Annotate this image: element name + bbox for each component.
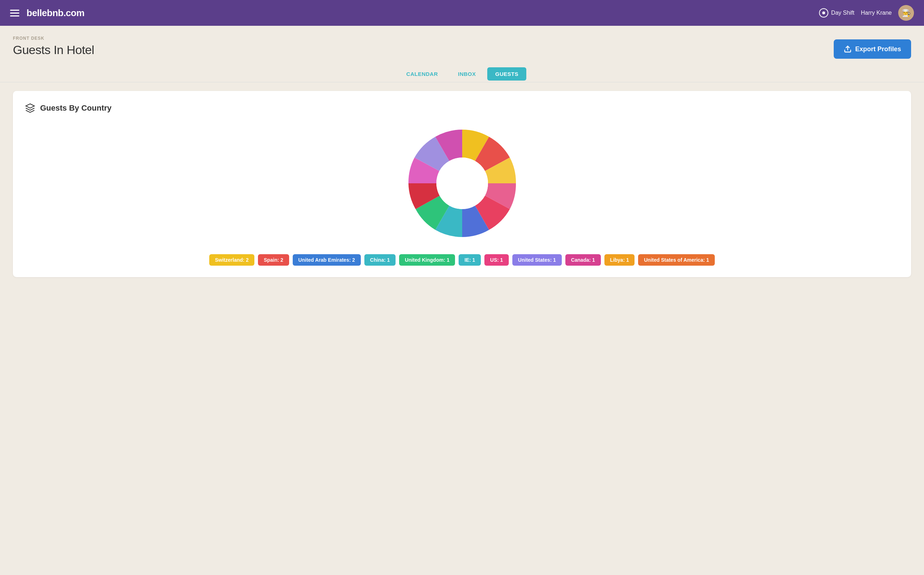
page-title: Guests In Hotel [13, 43, 94, 57]
brand-logo: bellebnb.com [27, 8, 84, 19]
legend-pill: Spain: 2 [258, 254, 289, 266]
legend-pill: Libya: 1 [604, 254, 635, 266]
donut-chart [401, 122, 523, 244]
hamburger-menu[interactable] [10, 10, 19, 16]
layers-icon [24, 102, 36, 114]
export-profiles-button[interactable]: Export Profiles [834, 40, 911, 59]
header-right: Day Shift Harry Krane 👨‍🍳 [819, 5, 914, 21]
donut-hole [437, 157, 488, 209]
breadcrumb: FRONT DESK [13, 36, 94, 41]
sun-icon [819, 8, 828, 17]
chart-legend: Switzerland: 2Spain: 2United Arab Emirat… [24, 254, 900, 266]
avatar-emoji: 👨‍🍳 [902, 9, 911, 17]
svg-marker-1 [26, 104, 34, 108]
main-content: Guests By Country [0, 83, 924, 286]
tabs-bar: CALENDAR INBOX GUESTS [0, 66, 924, 83]
guests-by-country-card: Guests By Country [13, 91, 911, 277]
tab-guests[interactable]: GUESTS [487, 67, 526, 81]
legend-pill: Switzerland: 2 [209, 254, 254, 266]
legend-pill: Canada: 1 [566, 254, 601, 266]
tab-calendar[interactable]: CALENDAR [398, 66, 446, 82]
legend-pill: China: 1 [364, 254, 395, 266]
legend-pill: IE: 1 [459, 254, 481, 266]
shift-indicator: Day Shift [819, 8, 854, 17]
export-button-label: Export Profiles [855, 46, 901, 53]
donut-chart-wrapper [24, 122, 900, 244]
legend-pill: United Kingdom: 1 [399, 254, 455, 266]
legend-pill: United States of America: 1 [638, 254, 715, 266]
page-header: FRONT DESK Guests In Hotel Export Profil… [0, 26, 924, 59]
card-title: Guests By Country [40, 103, 112, 113]
legend-pill: US: 1 [484, 254, 509, 266]
card-title-row: Guests By Country [24, 102, 900, 114]
header-left: bellebnb.com [10, 8, 84, 19]
shift-label: Day Shift [831, 10, 854, 16]
legend-pill: United States: 1 [512, 254, 562, 266]
user-name: Harry Krane [861, 10, 892, 16]
avatar[interactable]: 👨‍🍳 [898, 5, 914, 21]
tab-inbox[interactable]: INBOX [449, 66, 484, 82]
page-title-section: FRONT DESK Guests In Hotel [13, 36, 94, 57]
legend-pill: United Arab Emirates: 2 [293, 254, 361, 266]
app-header: bellebnb.com Day Shift Harry Krane 👨‍🍳 [0, 0, 924, 26]
upload-icon [844, 45, 852, 53]
